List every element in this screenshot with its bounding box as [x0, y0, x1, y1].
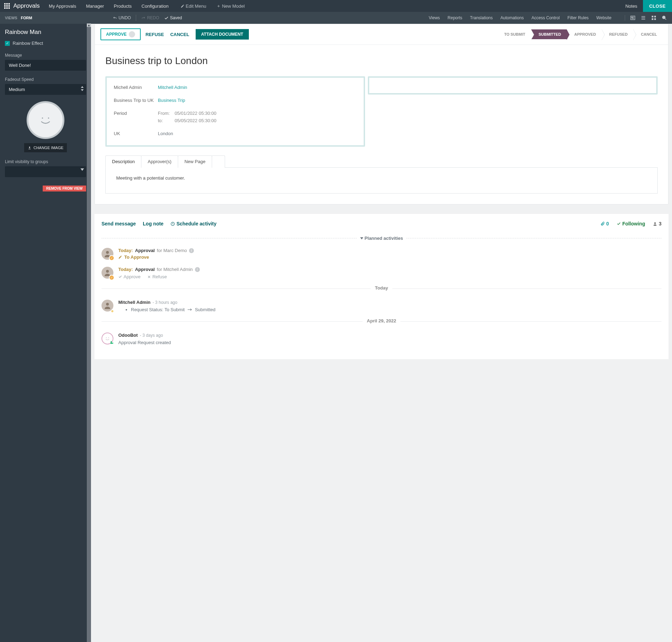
- tb-website[interactable]: Website: [596, 15, 611, 20]
- tab-new-page[interactable]: New Page: [178, 155, 212, 168]
- upload-icon: [28, 146, 31, 150]
- message-input[interactable]: [5, 60, 86, 71]
- approver-avatar-icon: [129, 31, 135, 37]
- fields-group-right[interactable]: [368, 76, 658, 95]
- tab-add-button[interactable]: [212, 155, 225, 168]
- edit-menu-button[interactable]: Edit Menu: [181, 4, 206, 9]
- search-icon[interactable]: [662, 15, 667, 21]
- activity-date: Today:: [118, 267, 133, 272]
- status-cancel[interactable]: CANCEL: [633, 29, 663, 39]
- field-location-value[interactable]: London: [158, 131, 173, 136]
- list-icon[interactable]: [640, 15, 646, 21]
- message-item: Mitchell Admin - 3 hours ago Request Sta…: [102, 300, 662, 312]
- contact-icon[interactable]: [630, 15, 636, 21]
- log-note-button[interactable]: Log note: [143, 221, 163, 226]
- tb-views[interactable]: Views: [429, 15, 440, 20]
- clock-icon: [170, 222, 175, 226]
- menu-manager[interactable]: Manager: [86, 4, 104, 9]
- status-approved[interactable]: APPROVED: [567, 29, 602, 39]
- rainbow-effect-checkbox[interactable]: ✓ Rainbow Effect: [5, 41, 86, 46]
- form-label[interactable]: FORM: [21, 16, 32, 20]
- menu-products[interactable]: Products: [114, 4, 132, 9]
- field-category-value[interactable]: Business Trip: [158, 98, 185, 103]
- status-bar: TO SUBMIT SUBMITTED APPROVED REFUSED CAN…: [496, 29, 663, 39]
- message-author[interactable]: Mitchell Admin: [118, 300, 150, 305]
- check-icon: [617, 222, 621, 226]
- followers-count[interactable]: 3: [653, 221, 662, 226]
- caret-down-icon: [360, 237, 363, 240]
- following-button[interactable]: Following: [617, 221, 645, 226]
- info-icon[interactable]: i: [195, 267, 200, 272]
- svg-point-6: [42, 117, 43, 118]
- menu-my-approvals[interactable]: My Approvals: [49, 4, 76, 9]
- check-icon: [118, 275, 122, 279]
- fadeout-select[interactable]: [5, 84, 86, 95]
- edit-menu-label: Edit Menu: [186, 4, 206, 9]
- tb-access-control[interactable]: Access Control: [531, 15, 560, 20]
- status-submitted[interactable]: SUBMITTED: [531, 29, 567, 39]
- new-model-button[interactable]: New Model: [217, 4, 245, 9]
- presence-away-icon: [111, 309, 114, 313]
- fadeout-label: Fadeout Speed: [5, 77, 86, 82]
- message-text-pre: Request Status: To Submit: [131, 307, 185, 312]
- period-to-value[interactable]: 05/05/2022 05:30:00: [175, 118, 216, 123]
- activity-assignee: for Mitchell Admin: [157, 267, 193, 272]
- message-author[interactable]: OdooBot: [118, 333, 138, 338]
- svg-point-15: [106, 303, 109, 306]
- remove-from-view-button[interactable]: REMOVE FROM VIEW: [43, 186, 86, 191]
- tab-content-description[interactable]: Meeting with a potential customer.: [105, 168, 658, 194]
- planned-activities-separator[interactable]: Planned activities: [102, 236, 662, 241]
- rainbow-image: [27, 101, 64, 139]
- status-refused[interactable]: REFUSED: [602, 29, 634, 39]
- field-category-label: Business Trip to UK: [114, 98, 158, 103]
- svg-rect-3: [654, 18, 656, 20]
- activity-refuse-button[interactable]: Refuse: [147, 274, 167, 279]
- svg-rect-1: [654, 16, 656, 18]
- undo-icon: [113, 16, 117, 20]
- send-message-button[interactable]: Send message: [102, 221, 136, 226]
- to-approve-link[interactable]: To Approve: [118, 254, 194, 260]
- notes-link[interactable]: Notes: [620, 4, 643, 9]
- pencil-icon: [181, 4, 184, 8]
- period-from-value[interactable]: 05/01/2022 05:30:00: [175, 111, 216, 116]
- schedule-activity-button[interactable]: Schedule activity: [170, 221, 216, 226]
- info-icon[interactable]: i: [189, 248, 194, 253]
- sidebar-scrollbar[interactable]: ▲: [87, 24, 91, 642]
- kanban-icon[interactable]: [651, 15, 657, 21]
- menu-configuration[interactable]: Configuration: [141, 4, 168, 9]
- limit-visibility-select[interactable]: [5, 166, 86, 177]
- svg-rect-2: [652, 18, 653, 20]
- tb-filter-rules[interactable]: Filter Rules: [567, 15, 589, 20]
- cancel-button[interactable]: CANCEL: [170, 32, 189, 37]
- activity-type: Approval: [135, 267, 155, 272]
- svg-point-18: [108, 337, 109, 338]
- refuse-button[interactable]: REFUSE: [146, 32, 164, 37]
- app-brand[interactable]: Approvals: [13, 2, 40, 9]
- tab-approvers[interactable]: Approver(s): [141, 155, 178, 168]
- date-separator: April 29, 2022: [102, 321, 662, 327]
- tb-reports[interactable]: Reports: [448, 15, 462, 20]
- close-button[interactable]: CLOSE: [643, 0, 672, 12]
- status-to-submit[interactable]: TO SUBMIT: [496, 29, 531, 39]
- attach-document-button[interactable]: ATTACH DOCUMENT: [196, 29, 249, 40]
- attachments-count[interactable]: 0: [600, 221, 609, 226]
- activity-date: Today:: [118, 248, 133, 253]
- message-item: OdooBot - 3 days ago Approval Request cr…: [102, 333, 662, 345]
- activity-assignee: for Marc Demo: [157, 248, 187, 253]
- field-owner-value[interactable]: Mitchell Admin: [158, 85, 187, 90]
- message-text-post: Submitted: [195, 307, 216, 312]
- approve-button[interactable]: APPROVE: [100, 28, 141, 40]
- tb-translations[interactable]: Translations: [470, 15, 493, 20]
- change-image-button[interactable]: CHANGE IMAGE: [24, 143, 67, 152]
- tb-automations[interactable]: Automations: [500, 15, 524, 20]
- tab-description[interactable]: Description: [105, 155, 141, 168]
- fields-group-left[interactable]: Michell Admin Mitchell Admin Business Tr…: [105, 76, 365, 147]
- redo-button[interactable]: REDO: [141, 15, 159, 20]
- top-actions: Edit Menu New Model: [181, 4, 245, 9]
- activity-approve-button[interactable]: Approve: [118, 274, 140, 279]
- apps-icon[interactable]: [4, 3, 10, 9]
- undo-button[interactable]: UNDO: [113, 15, 131, 20]
- record-title[interactable]: Business trip to London: [105, 55, 658, 67]
- saved-indicator: Saved: [164, 15, 182, 20]
- plus-icon: [217, 4, 220, 8]
